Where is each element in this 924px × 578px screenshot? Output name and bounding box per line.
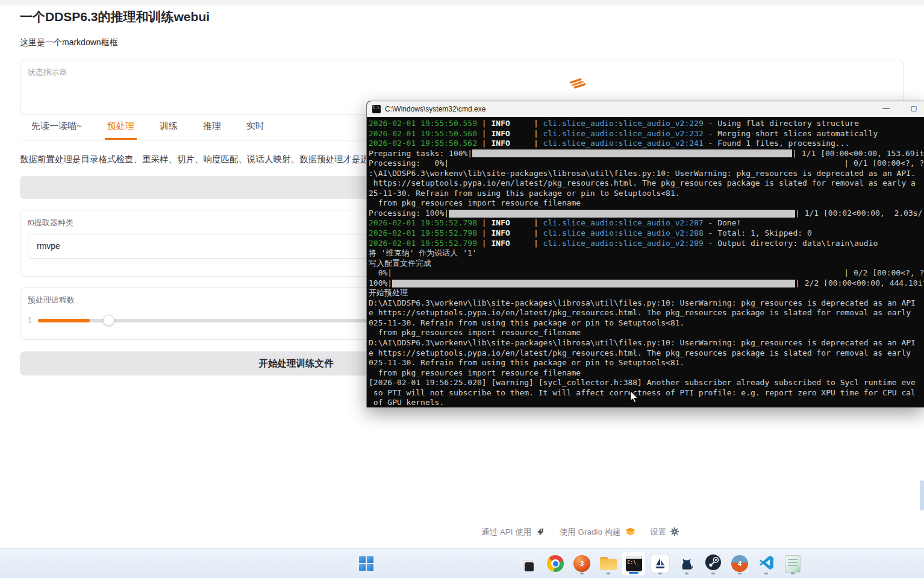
cmd-taskbar-icon: C:\_ [626,556,642,571]
settings-link[interactable]: 设置 [650,527,666,538]
start-button[interactable] [354,551,378,576]
taskbar-item-file-explorer[interactable] [596,551,620,576]
taskbar-item-cmd-active[interactable]: C:\_ [622,551,646,576]
markdown-text: 这里是一个markdown框框 [20,37,118,48]
terminal-line: from pkg_resources import resource_filen… [369,328,924,338]
api-link[interactable]: 通过 API 使用 [481,527,531,538]
terminal-line: 2026-02-01 19:55:52.798 | INFO | cli.sli… [369,228,924,239]
vscode-icon [758,554,775,573]
gradio-logo-icon [625,527,635,538]
terminal-line: 100%|| 2/2 [00:00<00:00, 444.10it [369,278,924,289]
gradio-link[interactable]: 使用 Gradio 构建 [560,527,621,538]
progress-bar-block [392,280,795,287]
progress-bar-block [449,210,795,218]
taskbar: 搜索 3 C:\_ [0,548,924,578]
terminal-line: so PTI will not subscribe to them. It wi… [369,388,924,398]
footer-separator: · [551,528,554,537]
terminal-line: 25-11-30. Refrain from using this packag… [369,189,924,199]
f0-extractor-value: rmvpe [37,241,60,251]
progress-bar-block [472,149,792,157]
terminal-line: Processing: 100%|| 1/1 [00:02<00:00, 2.0… [369,209,924,219]
terminal-line: 将 '维克纳' 作为说话人 '1' [369,248,924,259]
badge-4: 4 [738,560,741,567]
terminal-line: 0%|| 0/2 [00:00<?, ?it [369,268,924,278]
terminal-line: Processing: 0%|| 0/1 [00:00<?, ?it [369,159,924,169]
terminal-line: D:\AI\DDSP6.3\workenv\lib\site-packages\… [369,338,924,348]
windows-logo-icon [359,556,373,571]
maximize-button[interactable]: ▢ [900,101,924,117]
taskbar-item-chrome[interactable] [543,551,567,576]
terminal-line: 写入配置文件完成 [369,259,924,269]
footer-separator-2: · [641,528,645,537]
terminal-line: from pkg_resources import resource_filen… [369,368,924,379]
taskbar-item-notepad[interactable] [781,551,805,576]
terminal-line: of GPU kernels. [369,398,924,407]
chrome-icon [547,555,564,572]
page-footer: 通过 API 使用 · 使用 Gradio 构建 · 设置 [481,527,679,538]
slider-min-value: 1 [28,316,32,324]
sailboat-app-icon [651,554,669,573]
terminal-line: 2026-02-01 19:55:50.562 | INFO | cli.sli… [369,139,924,149]
blue-orange-ball-app-icon: 4 [731,555,748,572]
cmd-window[interactable]: C:\ C:\Windows\system32\cmd.exe — ▢ 2026… [366,101,924,407]
cat-app-icon [679,554,695,573]
cmd-window-title: C:\Windows\system32\cmd.exe [385,105,485,113]
minimize-button[interactable]: — [872,101,900,117]
terminal-line: e https://setuptools.pypa.io/en/latest/p… [369,348,924,359]
gradio-loading-icon [567,76,587,93]
terminal-line: :\AI\DDSP6.3\workenv\lib\site-packages\l… [369,169,924,179]
taskbar-item-steam[interactable] [701,551,725,576]
taskbar-item-cat-app[interactable] [675,551,699,576]
taskbar-item-app4[interactable]: 4 [728,551,752,576]
page-title: 一个DDSP6.3的推理和训练webui [20,8,210,25]
status-textbox-label: 状态指示器 [28,67,67,78]
tab-description: 数据前置处理是目录格式检查、重采样、切片、响度匹配、说话人映射。数据预处理才是进… [20,154,378,165]
badge-3: 3 [580,560,584,567]
terminal-line: Preparing tasks: 100%|| 1/1 [00:00<00:00… [369,149,924,159]
terminal-line: https://setuptools.pypa.io/en/latest/pkg… [369,178,924,189]
tab-1[interactable]: 预处理 [105,121,137,140]
taskbar-item-app3[interactable]: 3 [570,551,594,576]
terminal-line: D:\AI\DDSP6.3\workenv\lib\site-packages\… [369,298,924,309]
slider-fill [38,319,90,322]
terminal-line: from pkg_resources import resource_filen… [369,198,924,209]
terminal-line: [2026-02-01 19:56:25.020] [warning] [syc… [369,378,924,388]
orange-ball-app-icon: 3 [573,555,590,572]
terminal-line: e https://setuptools.pypa.io/en/latest/p… [369,308,924,318]
file-explorer-icon [600,557,617,570]
steam-icon [705,554,722,573]
slider-handle[interactable] [103,315,114,326]
task-view-icon [520,554,538,573]
tab-0[interactable]: 先读一读喵~ [29,121,84,140]
terminal-line: 2026-02-01 19:55:50.559 | INFO | cli.sli… [369,119,924,129]
terminal-line: 2026-02-01 19:55:50.560 | INFO | cli.sli… [369,129,924,139]
cmd-app-icon: C:\ [372,105,381,113]
cmd-titlebar[interactable]: C:\ C:\Windows\system32\cmd.exe — ▢ [367,101,924,117]
f0-extractor-label: f0提取器种类 [28,218,73,228]
terminal-line: 025-11-30. Refrain from using this packa… [369,318,924,328]
taskbar-item-sailboat-app[interactable] [648,551,672,576]
top-strip [0,0,924,5]
tab-4[interactable]: 实时 [244,121,267,140]
terminal-line: 开始预处理 [369,288,924,298]
scrollbar-fragment[interactable] [920,480,924,510]
tab-2[interactable]: 训练 [157,121,180,140]
terminal-line: 2026-02-01 19:55:52.798 | INFO | cli.sli… [369,218,924,228]
tab-3[interactable]: 推理 [201,121,223,140]
taskbar-item-vscode[interactable] [754,551,778,576]
mouse-cursor [628,391,640,406]
terminal-output[interactable]: 2026-02-01 19:55:50.559 | INFO | cli.sli… [367,117,924,407]
rocket-icon [535,527,545,538]
notepad-icon [785,555,801,573]
terminal-line: 025-11-30. Refrain from using this packa… [369,358,924,368]
gear-icon [670,527,679,538]
task-view-button[interactable] [517,551,541,576]
slider-label: 预处理进程数 [28,295,75,306]
terminal-line: 2026-02-01 19:55:52.799 | INFO | cli.sli… [369,239,924,249]
